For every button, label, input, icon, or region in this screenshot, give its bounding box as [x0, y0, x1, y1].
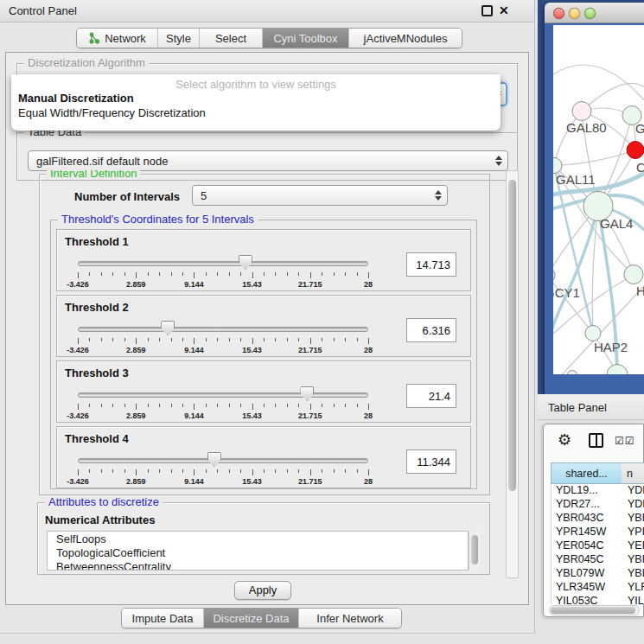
close-icon[interactable]: ✕	[499, 3, 509, 17]
table-cell[interactable]: YBR045C	[552, 553, 622, 567]
table-cell[interactable]: YBL079W	[552, 567, 622, 581]
table-horizontal-scrollbar[interactable]	[549, 605, 640, 615]
column-header-shared-name[interactable]: shared...	[551, 462, 622, 484]
network-canvas[interactable]: GAL80 GA C GAL11 GAL4 GCY1 H HAP2	[553, 25, 644, 374]
table-row[interactable]: YBL079WYBL0	[552, 567, 644, 581]
table-cell[interactable]: YDL19...	[552, 484, 622, 498]
columns-icon[interactable]	[589, 433, 603, 448]
combo-stepper-icon	[435, 186, 442, 205]
table-cell[interactable]: YER0	[622, 539, 644, 553]
scrollbar-thumb[interactable]	[508, 180, 516, 491]
attributes-list-scrollbar[interactable]	[469, 532, 480, 570]
table-row[interactable]: YDL19...YDL1	[552, 484, 644, 498]
table-row[interactable]: YDR27...YDR2	[552, 498, 644, 512]
table-cell[interactable]: YDL1	[622, 484, 644, 498]
threshold-1-value-field[interactable]: 14.713	[406, 252, 456, 277]
table-cell[interactable]: YDR27...	[552, 498, 622, 512]
control-panel-title: Control Panel	[9, 4, 77, 17]
table-cell[interactable]: YLR345W	[552, 581, 622, 595]
table-rows[interactable]: YDL19...YDL1YDR27...YDR2YBR043CYBR0YPR14…	[551, 484, 644, 604]
table-panel-header: Table Panel	[538, 394, 644, 420]
table-cell[interactable]: YPR1	[622, 526, 644, 539]
table-cell[interactable]: YER054C	[552, 539, 622, 553]
attribute-item[interactable]: SelfLoops	[48, 532, 468, 545]
table-row[interactable]: YIL053CYIL0	[552, 595, 644, 604]
minimize-traffic-light-icon[interactable]	[569, 8, 580, 19]
table-data-selected-value: galFiltered.sif default node	[36, 155, 168, 168]
tab-discretize-data[interactable]: Discretize Data	[204, 609, 299, 628]
threshold-4-value-field[interactable]: 11.344	[406, 450, 456, 474]
table-cell[interactable]: YBR0	[622, 553, 644, 567]
float-window-icon[interactable]	[481, 5, 493, 16]
slider-ticks	[78, 272, 368, 279]
popup-item-manual-discretization[interactable]: Manual Discretization	[11, 91, 501, 105]
gear-icon[interactable]: ⚙	[558, 432, 571, 448]
slider-track[interactable]	[78, 458, 368, 463]
slider-track[interactable]	[78, 261, 368, 266]
table-cell[interactable]: YPR145W	[552, 526, 622, 539]
column-header-name[interactable]: n	[622, 462, 644, 484]
network-node[interactable]	[624, 265, 643, 284]
table-data-combobox[interactable]: galFiltered.sif default node	[28, 150, 508, 171]
slider-thumb[interactable]	[161, 321, 175, 335]
threshold-3-slider[interactable]: -3.4262.8599.14415.4321.71528	[78, 386, 368, 420]
table-row[interactable]: YBR043CYBR0	[552, 512, 644, 526]
svg-text:GAL80: GAL80	[566, 120, 607, 135]
table-cell[interactable]: YIL0	[622, 595, 644, 604]
network-node[interactable]	[567, 371, 577, 375]
scrollbar-thumb[interactable]	[471, 535, 478, 564]
settings-scrollbar[interactable]	[506, 170, 519, 578]
network-window-titlebar[interactable]	[545, 3, 644, 23]
tab-jactivemnodules[interactable]: jActiveMNodules	[349, 29, 462, 48]
network-node[interactable]	[553, 268, 555, 284]
tab-infer-network[interactable]: Infer Network	[299, 609, 401, 628]
threshold-3-label: Threshold 3	[65, 367, 129, 379]
popup-item-equal-width[interactable]: Equal Width/Frequency Discretization	[11, 105, 501, 120]
svg-text:GAL11: GAL11	[556, 172, 596, 187]
tab-impute-data[interactable]: Impute Data	[122, 609, 204, 628]
threshold-3-value-field[interactable]: 21.4	[406, 384, 456, 408]
table-cell[interactable]: YLR3	[622, 581, 644, 595]
svg-text:GA: GA	[635, 121, 644, 136]
slider-tick-labels: -3.4262.8599.14415.4321.71528	[78, 477, 368, 486]
tab-select[interactable]: Select	[200, 29, 263, 48]
table-cell[interactable]: YIL053C	[552, 595, 622, 604]
table-row[interactable]: YER054CYER0	[552, 539, 644, 553]
table-cell[interactable]: YBR043C	[552, 512, 622, 526]
slider-thumb[interactable]	[300, 386, 314, 401]
slider-ticks	[78, 404, 368, 411]
threshold-2-value-field[interactable]: 6.316	[406, 318, 456, 342]
apply-button[interactable]: Apply	[234, 581, 291, 600]
number-of-intervals-combobox[interactable]: 5	[192, 185, 448, 206]
network-node-selected[interactable]	[627, 142, 644, 159]
table-row[interactable]: YLR345WYLR3	[552, 581, 644, 595]
zoom-traffic-light-icon[interactable]	[584, 8, 596, 19]
attribute-item[interactable]: TopologicalCoefficient	[48, 545, 468, 559]
slider-thumb[interactable]	[239, 255, 252, 270]
threshold-4-slider[interactable]: -3.4262.8599.14415.4321.71528	[78, 451, 368, 486]
threshold-4-label: Threshold 4	[65, 432, 129, 445]
table-row[interactable]: YBR045CYBR0	[552, 553, 644, 567]
tab-cyni-toolbox[interactable]: Cyni Toolbox	[263, 29, 349, 48]
network-node[interactable]	[607, 365, 628, 375]
numerical-attributes-list[interactable]: SelfLoopsTopologicalCoefficientBetweenne…	[47, 531, 469, 571]
threshold-1-slider[interactable]: -3.4262.8599.14415.4321.71528	[78, 254, 368, 289]
select-columns-checkboxes-icon[interactable]: ☑☑	[615, 435, 635, 447]
scrollbar-thumb[interactable]	[551, 607, 635, 614]
network-graph[interactable]: GAL80 GA C GAL11 GAL4 GCY1 H HAP2	[553, 25, 644, 374]
network-node[interactable]	[572, 102, 591, 121]
tab-network[interactable]: Network	[77, 29, 158, 48]
table-cell[interactable]: YDR2	[622, 498, 644, 512]
network-nodes[interactable]	[553, 102, 644, 375]
slider-thumb[interactable]	[207, 452, 221, 467]
slider-track[interactable]	[78, 392, 368, 398]
table-toolbar: ⚙ ☑☑	[544, 424, 643, 459]
close-traffic-light-icon[interactable]	[553, 8, 564, 19]
slider-track[interactable]	[78, 327, 368, 332]
table-cell[interactable]: YBR0	[622, 512, 644, 526]
threshold-2-slider[interactable]: -3.4262.8599.14415.4321.71528	[78, 320, 368, 354]
table-row[interactable]: YPR145WYPR1	[552, 526, 644, 539]
attribute-item[interactable]: BetweennessCentrality	[48, 559, 468, 571]
tab-style[interactable]: Style	[158, 29, 200, 48]
table-cell[interactable]: YBL0	[622, 567, 644, 581]
